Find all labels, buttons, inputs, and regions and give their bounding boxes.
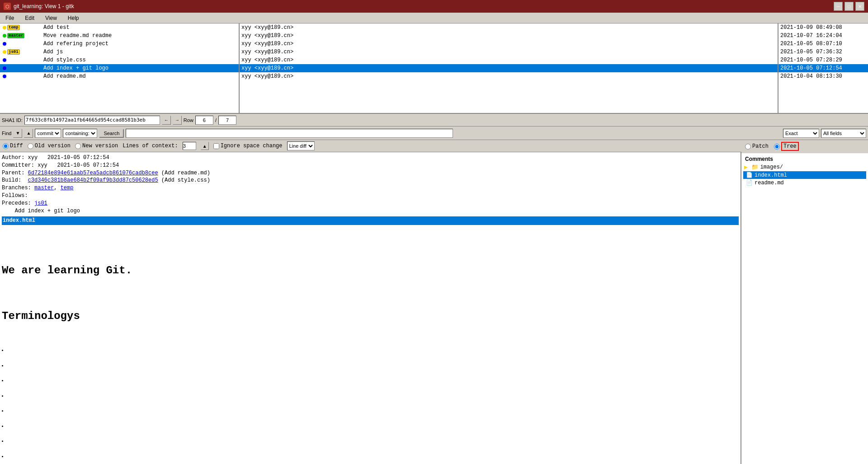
author-row: xyy <xyy@189.cn> — [240, 48, 778, 56]
find-bar: Find ▼ ▲ commit containing: Search Exact… — [0, 127, 868, 140]
author-row: xyy <xyy@189.cn> — [240, 32, 778, 40]
date-row: 2021-10-05 07:12:54 — [778, 64, 868, 72]
new-version-label[interactable]: New version — [75, 143, 118, 149]
minimize-button[interactable]: ─ — [834, 2, 843, 11]
find-down-button[interactable]: ▼ — [13, 129, 22, 138]
date-row: 2021-10-07 16:24:04 — [778, 32, 868, 40]
commit-row[interactable]: js01Add js — [0, 48, 239, 56]
diff-type-select[interactable]: Line diff — [287, 141, 315, 150]
patch-radio-label[interactable]: Patch — [745, 143, 769, 150]
date-row: 2021-10-04 08:13:30 — [778, 72, 868, 80]
context-spinner[interactable]: ▲ — [201, 142, 209, 150]
all-fields-select[interactable]: All fields — [821, 129, 866, 138]
find-label: Find — [2, 131, 11, 136]
lines-of-context-label: Lines of context: — [123, 143, 178, 149]
date-row: 2021-10-05 07:28:29 — [778, 56, 868, 64]
commit-row[interactable]: Add index + git logo — [0, 64, 239, 72]
old-version-label[interactable]: Old version — [28, 143, 71, 149]
find-input[interactable] — [126, 129, 453, 138]
folder-icon: ▶ 📁 — [744, 164, 759, 171]
tree-item-index-html[interactable]: 📄 index.html — [743, 171, 866, 179]
old-version-radio[interactable] — [28, 143, 33, 149]
tree-radio[interactable] — [774, 144, 780, 150]
close-button[interactable]: ✕ — [855, 2, 864, 11]
date-row: 2021-10-09 08:49:08 — [778, 23, 868, 32]
search-button[interactable]: Search — [99, 129, 124, 138]
commit-row[interactable]: Add style.css — [0, 56, 239, 64]
find-up-button[interactable]: ▲ — [24, 129, 33, 138]
commit-row[interactable]: masterMove readme.md readme — [0, 32, 239, 40]
commit-row[interactable]: tempAdd test — [0, 23, 239, 32]
sha-bar: SHA1 ID: ← → Row / — [0, 114, 868, 127]
diff-radio-label[interactable]: Diff — [3, 143, 23, 149]
exact-select[interactable]: Exact — [783, 129, 819, 138]
sha-next-button[interactable]: → — [173, 116, 182, 125]
app-icon: ⬡ — [4, 3, 11, 10]
commit-list: tempAdd testmasterMove readme.md readmeA… — [0, 23, 239, 113]
diff-radio[interactable] — [3, 143, 9, 149]
date-row: 2021-10-05 08:07:10 — [778, 40, 868, 48]
row-total[interactable] — [218, 116, 236, 125]
menu-view[interactable]: View — [42, 14, 61, 22]
row-label: Row — [184, 117, 193, 123]
commit-row[interactable]: Add readme.md — [0, 72, 239, 80]
title-bar: ⬡ git_learning: View 1 - gitk ─ □ ✕ — [0, 0, 868, 13]
find-condition-select[interactable]: containing: — [63, 129, 97, 138]
tree-item-readme[interactable]: 📄 readme.md — [743, 179, 866, 187]
find-type-select[interactable]: commit — [35, 129, 61, 138]
new-version-radio[interactable] — [75, 143, 81, 149]
row-separator: / — [215, 117, 217, 123]
commit-row[interactable]: Add refering project — [0, 40, 239, 48]
sha-input[interactable] — [24, 116, 160, 125]
window-title: git_learning: View 1 - gitk — [14, 3, 74, 9]
author-row: xyy <xyy@189.cn> — [240, 23, 778, 32]
ignore-space-checkbox[interactable] — [213, 143, 219, 149]
author-area: xyy <xyy@189.cn>xyy <xyy@189.cn>xyy <xyy… — [240, 23, 778, 113]
sha-label: SHA1 ID: — [2, 117, 23, 123]
diff-options-bar: Diff Old version New version Lines of co… — [0, 140, 741, 152]
menu-edit[interactable]: Edit — [21, 14, 38, 22]
tree-item-images[interactable]: ▶ 📁 images/ — [743, 163, 866, 171]
patch-tree-bar: Patch Tree — [741, 140, 868, 153]
tree-contents: Comments ▶ 📁 images/ 📄 index.html 📄 read… — [741, 153, 868, 464]
ignore-space-label[interactable]: Ignore space change — [213, 143, 283, 149]
maximize-button[interactable]: □ — [844, 2, 854, 11]
row-input[interactable] — [195, 116, 213, 125]
date-row: 2021-10-05 07:36:32 — [778, 48, 868, 56]
menu-help[interactable]: Help — [64, 14, 83, 22]
patch-radio[interactable] — [745, 144, 751, 150]
comments-label: Comments — [743, 155, 866, 163]
menu-file[interactable]: File — [2, 14, 18, 22]
tree-radio-label[interactable]: Tree — [774, 142, 799, 151]
sha-prev-button[interactable]: ← — [162, 116, 171, 125]
lines-of-context-input[interactable] — [183, 142, 196, 150]
date-area: 2021-10-09 08:49:082021-10-07 16:24:0420… — [778, 23, 868, 113]
menu-bar: File Edit View Help — [0, 13, 868, 23]
author-row: xyy <xyy@189.cn> — [240, 64, 778, 72]
diff-panel[interactable]: Author: xyy 2021-10-05 07:12:54Committer… — [0, 152, 741, 464]
author-row: xyy <xyy@189.cn> — [240, 56, 778, 64]
author-row: xyy <xyy@189.cn> — [240, 40, 778, 48]
right-panel: Patch Tree Comments ▶ 📁 images/ 📄 index.… — [741, 140, 868, 464]
tree-label-box: Tree — [781, 142, 799, 151]
author-row: xyy <xyy@189.cn> — [240, 72, 778, 80]
